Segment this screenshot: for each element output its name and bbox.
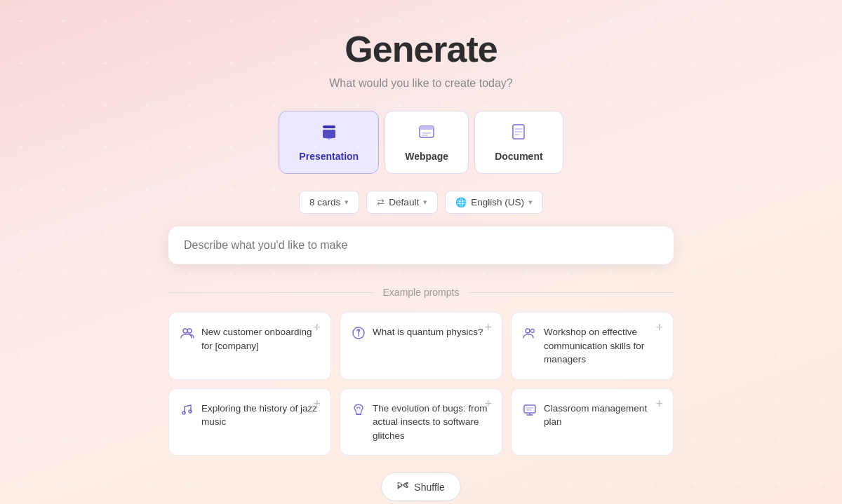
- tab-document-label: Document: [495, 151, 542, 162]
- prompt-card-4[interactable]: Exploring the history of jazz music +: [168, 388, 331, 456]
- language-icon: 🌐: [455, 197, 467, 207]
- tab-webpage-label: Webpage: [405, 151, 448, 162]
- prompt-2-icon: [352, 326, 366, 343]
- prompt-4-add-icon[interactable]: +: [313, 397, 321, 410]
- prompt-5-text: The evolution of bugs: from actual insec…: [373, 402, 490, 443]
- webpage-icon: [417, 123, 436, 145]
- prompt-card-1[interactable]: New customer onboarding for [company] +: [168, 312, 331, 380]
- prompt-6-icon: [523, 402, 537, 420]
- svg-rect-5: [420, 126, 434, 130]
- presentation-icon: [320, 123, 338, 145]
- layout-icon: ⇄: [377, 197, 385, 207]
- prompt-card-5[interactable]: The evolution of bugs: from actual insec…: [340, 388, 502, 456]
- page-subtitle: What would you like to create today?: [329, 77, 512, 90]
- prompt-5-add-icon[interactable]: +: [484, 397, 492, 410]
- language-label: English (US): [471, 197, 524, 207]
- tab-presentation[interactable]: Presentation: [279, 111, 379, 174]
- describe-input-wrap: [168, 226, 674, 264]
- svg-point-20: [189, 410, 192, 413]
- layout-chevron-icon: ▾: [423, 198, 427, 207]
- cards-chevron-icon: ▾: [345, 198, 349, 207]
- type-selector: Presentation Webpage Document: [279, 111, 563, 174]
- shuffle-button[interactable]: Shuffle: [381, 472, 460, 501]
- page-title: Generate: [345, 28, 497, 70]
- prompt-2-add-icon[interactable]: +: [484, 321, 492, 334]
- tab-webpage[interactable]: Webpage: [385, 111, 469, 174]
- prompt-4-text: Exploring the history of jazz music: [201, 402, 319, 429]
- tab-presentation-label: Presentation: [299, 151, 359, 162]
- prompts-divider: Example prompts: [168, 287, 674, 298]
- svg-point-15: [358, 335, 359, 336]
- svg-rect-2: [326, 137, 332, 139]
- prompt-3-icon: [523, 326, 537, 343]
- svg-point-23: [359, 408, 361, 409]
- document-icon: [509, 123, 528, 145]
- layout-label: Default: [389, 197, 419, 207]
- describe-input[interactable]: [184, 239, 658, 252]
- tab-document[interactable]: Document: [474, 111, 563, 174]
- prompt-2-text: What is quantum physics?: [373, 325, 490, 339]
- svg-point-22: [356, 408, 358, 409]
- controls-row: 8 cards ▾ ⇄ Default ▾ 🌐 English (US) ▾: [299, 191, 543, 214]
- prompt-3-add-icon[interactable]: +: [655, 321, 663, 334]
- prompt-4-icon: [180, 402, 194, 420]
- language-dropdown[interactable]: 🌐 English (US) ▾: [445, 191, 543, 214]
- prompt-3-text: Workshop on effective communication skil…: [544, 325, 662, 367]
- prompt-6-text: Classroom management plan: [544, 402, 662, 429]
- prompt-1-text: New customer onboarding for [company]: [201, 325, 319, 353]
- svg-point-17: [526, 329, 530, 333]
- prompt-card-3[interactable]: Workshop on effective communication skil…: [511, 312, 674, 380]
- svg-point-13: [187, 329, 192, 333]
- svg-point-12: [183, 329, 187, 333]
- prompts-section: Example prompts New customer onboarding …: [168, 287, 674, 501]
- prompt-card-6[interactable]: Classroom management plan +: [511, 388, 674, 456]
- svg-point-19: [182, 411, 185, 414]
- shuffle-label: Shuffle: [414, 482, 444, 493]
- prompt-1-icon: [180, 326, 194, 343]
- svg-rect-0: [323, 125, 335, 128]
- prompt-5-icon: [352, 402, 366, 420]
- prompts-label: Example prompts: [383, 287, 460, 298]
- layout-dropdown[interactable]: ⇄ Default ▾: [366, 191, 438, 214]
- language-chevron-icon: ▾: [528, 198, 533, 207]
- svg-point-18: [531, 329, 535, 333]
- cards-dropdown[interactable]: 8 cards ▾: [299, 191, 359, 214]
- cards-label: 8 cards: [309, 197, 340, 207]
- svg-rect-24: [524, 405, 535, 413]
- prompts-grid: New customer onboarding for [company] + …: [168, 312, 674, 456]
- shuffle-icon: [397, 480, 408, 493]
- prompt-card-2[interactable]: What is quantum physics? +: [340, 312, 502, 380]
- svg-rect-1: [323, 130, 335, 138]
- prompt-6-add-icon[interactable]: +: [655, 397, 663, 410]
- svg-rect-3: [328, 139, 330, 140]
- prompt-1-add-icon[interactable]: +: [313, 321, 321, 334]
